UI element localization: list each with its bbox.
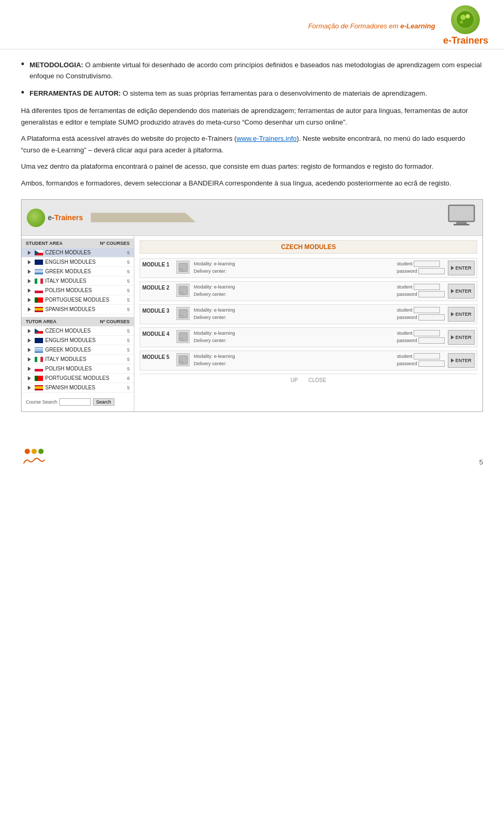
student-label-4: student: [397, 331, 413, 336]
flag-pt-tutor: [35, 376, 43, 381]
enter-button-1[interactable]: ENTER: [448, 261, 475, 275]
tutor-area-header: TUTOR AREA Nº COURSES: [22, 317, 134, 326]
sidebar-count-polish-tutor: 5: [127, 366, 130, 372]
password-label-3: password: [397, 315, 417, 320]
module-student-row-1: student: [397, 261, 440, 267]
bullet-text-1: METODOLOGIA: O ambiente virtual foi dese…: [29, 60, 483, 82]
password-label-4: password: [397, 338, 417, 343]
footer-up[interactable]: UP: [291, 377, 298, 383]
tutor-area-label: TUTOR AREA: [26, 319, 57, 324]
sidebar-count-czech-student: 5: [127, 250, 130, 255]
sidebar-item-italy-student[interactable]: ITALY MODULES 5: [22, 276, 134, 286]
paragraph-1: Há diferentes tipos de ferramentas de ed…: [21, 105, 483, 128]
sidebar-item-italy-tutor[interactable]: ITALY MODULES 5: [22, 355, 134, 364]
screenshot-logo-text: e-Trainers: [48, 213, 83, 222]
student-input-3[interactable]: [414, 307, 440, 313]
sidebar-item-english-tutor[interactable]: ENGLISH MODULES 5: [22, 336, 134, 345]
screenshot-main: CZECH MODULES MODULE 1 Modality: e-learn…: [134, 236, 482, 411]
enter-button-2[interactable]: ENTER: [448, 284, 475, 298]
enter-arrow-icon-1: [451, 266, 454, 270]
module-modality-2: e-learning: [214, 284, 235, 290]
sidebar-count-greek-student: 5: [127, 269, 130, 274]
dot-orange: [25, 449, 30, 454]
sidebar-count-portuguese-tutor: 6: [127, 376, 130, 381]
module-row-5: MODULE 5 Modality: e-learning Delivery c…: [140, 350, 477, 370]
page-number: 5: [479, 458, 483, 466]
sidebar-count-italy-student: 5: [127, 279, 130, 284]
password-input-3[interactable]: [418, 314, 445, 321]
footer-wave-icon: [21, 456, 47, 466]
module-icon-5: [176, 353, 190, 366]
sidebar-item-spanish-tutor[interactable]: SPANISH MODULES 5: [22, 383, 134, 393]
svg-rect-6: [456, 222, 467, 224]
module-details-5: Modality: e-learning Delivery center:: [194, 353, 397, 367]
student-input-5[interactable]: [414, 353, 440, 359]
page-header: Formação de Formadores em e-Learning e-T…: [0, 0, 504, 49]
courses-label-student: Nº COURSES: [100, 241, 130, 246]
svg-rect-14: [179, 310, 187, 318]
flag-gb: [35, 260, 43, 265]
paragraph-3: Uma vez dentro da plataforma encontrará …: [21, 161, 483, 172]
enter-label-4: ENTER: [455, 335, 471, 340]
computer-icon: [446, 204, 477, 231]
module-icon-4: [176, 330, 190, 343]
sidebar-item-polish-tutor[interactable]: POLISH MODULES 5: [22, 364, 134, 374]
svg-rect-8: [179, 263, 187, 272]
search-input[interactable]: [59, 398, 91, 406]
play-arrow-icon: [28, 288, 31, 293]
sidebar-count-polish-student: 5: [127, 288, 130, 293]
logo-icon: [451, 5, 480, 34]
sidebar-item-left: CZECH MODULES: [28, 250, 91, 255]
enter-arrow-icon-5: [451, 358, 454, 363]
enter-button-4[interactable]: ENTER: [448, 330, 475, 345]
search-button[interactable]: Search: [93, 398, 114, 406]
header-title-italic: Formação de Formadores em: [308, 22, 401, 30]
module-delivery-2: Delivery center:: [194, 291, 397, 298]
footer-logo: [21, 449, 47, 466]
logo-text: e-Trainers: [443, 35, 488, 46]
header-title: Formação de Formadores em e-Learning: [308, 22, 435, 30]
footer-close[interactable]: CLOSE: [309, 377, 327, 383]
password-input-4[interactable]: [418, 337, 445, 344]
sidebar-label-portuguese-student: PORTUGUESE MODULES: [45, 297, 109, 303]
enter-button-5[interactable]: ENTER: [448, 353, 475, 368]
sidebar-item-english-student[interactable]: ENGLISH MODULES 5: [22, 257, 134, 267]
sidebar-item-greek-tutor[interactable]: GREEK MODULES 5: [22, 345, 134, 355]
student-input-2[interactable]: [414, 284, 440, 290]
etrainers-link[interactable]: www.e-Trainers.info: [237, 135, 297, 142]
student-input-1[interactable]: [414, 261, 440, 267]
module-delivery-5: Delivery center:: [194, 360, 397, 368]
enter-label-2: ENTER: [455, 288, 471, 294]
sidebar-item-czech-student[interactable]: CZECH MODULES 5: [22, 248, 134, 257]
module-modality-4: e-learning: [214, 331, 235, 336]
flag-it-tutor: [35, 357, 43, 362]
enter-arrow-icon-4: [451, 335, 454, 339]
dot-green: [38, 449, 44, 454]
sidebar-item-portuguese-student[interactable]: PORTUGUESE MODULES 5: [22, 295, 134, 305]
sidebar-item-portuguese-tutor[interactable]: PORTUGUESE MODULES 6: [22, 374, 134, 383]
module-modality-3: e-learning: [214, 307, 235, 313]
password-input-1[interactable]: [418, 268, 445, 274]
bullet-body-2: O sistema tem as suas próprias ferrament…: [121, 89, 427, 97]
password-input-5[interactable]: [418, 360, 445, 367]
play-arrow-icon: [28, 386, 31, 390]
enter-button-3[interactable]: ENTER: [448, 307, 475, 322]
sidebar-label-english-tutor: ENGLISH MODULES: [45, 337, 96, 343]
svg-rect-5: [449, 206, 474, 221]
sidebar-item-greek-student[interactable]: GREEK MODULES 5: [22, 267, 134, 276]
student-input-4[interactable]: [414, 330, 440, 336]
play-arrow-icon: [28, 338, 31, 343]
play-arrow-icon: [28, 298, 31, 302]
password-input-2[interactable]: [418, 291, 445, 297]
sidebar-item-polish-student[interactable]: POLISH MODULES 5: [22, 286, 134, 295]
search-bar: Course Search Search: [22, 395, 134, 409]
sidebar-count-italy-tutor: 5: [127, 357, 130, 362]
screenshot-body: STUDENT AREA Nº COURSES CZECH MODULES 5: [22, 236, 482, 411]
module-label-1: MODULE 1: [142, 261, 176, 267]
sidebar-item-czech-tutor[interactable]: CZECH MODULES 5: [22, 326, 134, 336]
module-login-1: student password: [397, 261, 445, 274]
sidebar-item-spanish-student[interactable]: SPANISH MODULES 5: [22, 305, 134, 314]
module-row-4: MODULE 4 Modality: e-learning Delivery c…: [140, 327, 477, 347]
paragraph-2: A Plataforma está acessível através do w…: [21, 133, 483, 156]
module-details-2: Modality: e-learning Delivery center:: [194, 284, 397, 298]
